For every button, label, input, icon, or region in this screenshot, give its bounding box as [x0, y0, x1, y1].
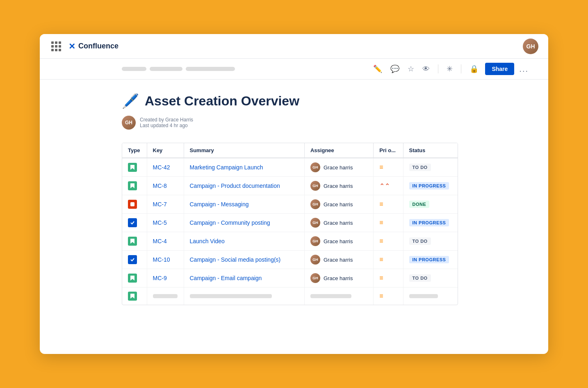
- issues-table: Type Key Summary Assignee Pri o... Statu…: [122, 143, 458, 305]
- issue-key-link[interactable]: MC-10: [153, 256, 170, 263]
- placeholder-type: [122, 288, 147, 305]
- issue-key-link[interactable]: MC-42: [153, 164, 170, 171]
- cell-type: [122, 251, 147, 269]
- page-content: 🖊️ Asset Creation Overview GH Created by…: [40, 80, 548, 354]
- svg-rect-0: [130, 202, 134, 206]
- cell-assignee: GH Grace harris: [304, 232, 373, 251]
- cell-type: [122, 195, 147, 214]
- type-icon-story: [128, 163, 137, 172]
- cell-type: [122, 232, 147, 251]
- cell-assignee: GH Grace harris: [304, 214, 373, 232]
- browser-window: ✕ Confluence GH ✏️ 💬 ☆ 👁 ✳ 🔒 Share ...: [40, 34, 548, 354]
- cell-priority: ≡: [374, 214, 403, 232]
- status-badge: TO DO: [409, 164, 431, 171]
- cell-status: TO DO: [403, 269, 458, 288]
- type-icon-task: [128, 255, 137, 264]
- col-type: Type: [122, 143, 147, 158]
- cell-key: MC-10: [147, 251, 184, 269]
- issue-key-link[interactable]: MC-8: [153, 183, 167, 189]
- cell-priority: ⌃⌃: [374, 177, 403, 195]
- priority-high-icon: ⌃⌃: [379, 183, 390, 189]
- assignee-name: Grace harris: [324, 257, 353, 263]
- toolbar-actions: ✏️ 💬 ☆ 👁 ✳ 🔒 Share ...: [371, 63, 529, 75]
- cell-key: MC-8: [147, 177, 184, 195]
- cell-summary: Campaign - Social media posting(s): [184, 251, 304, 269]
- assignee-name: Grace harris: [324, 238, 353, 244]
- breadcrumb-item-1: [122, 67, 146, 71]
- assignee-name: Grace harris: [324, 220, 353, 226]
- cell-assignee: GH Grace harris: [304, 177, 373, 195]
- status-badge: TO DO: [409, 274, 431, 282]
- assignee-cell: GH Grace harris: [310, 273, 367, 283]
- breadcrumb-item-3: [186, 67, 235, 71]
- issue-summary-link[interactable]: Campaign - Product documentation: [190, 183, 280, 189]
- grid-menu-button[interactable]: [50, 40, 63, 53]
- col-summary: Summary: [184, 143, 304, 158]
- created-label: Created by Grace Harris: [140, 117, 193, 123]
- author-meta: Created by Grace Harris Last updated 4 h…: [140, 117, 193, 128]
- type-icon-story: [128, 237, 137, 246]
- breadcrumb-item-2: [150, 67, 182, 71]
- priority-medium-icon: ≡: [379, 237, 383, 244]
- user-avatar[interactable]: GH: [523, 39, 538, 54]
- assignee-cell: GH Grace harris: [310, 162, 367, 172]
- issue-summary-link[interactable]: Campaign - Social media posting(s): [190, 256, 281, 263]
- page-title: Asset Creation Overview: [145, 94, 299, 109]
- jira-table: Type Key Summary Assignee Pri o... Statu…: [122, 143, 458, 305]
- author-row: GH Created by Grace Harris Last updated …: [122, 116, 529, 130]
- cell-key: MC-4: [147, 232, 184, 251]
- cell-assignee: GH Grace harris: [304, 251, 373, 269]
- more-button[interactable]: ...: [519, 64, 529, 74]
- cell-summary: Campaign - Messaging: [184, 195, 304, 214]
- issue-summary-link[interactable]: Launch Video: [190, 238, 225, 244]
- table-row: MC-10 Campaign - Social media posting(s)…: [122, 251, 458, 269]
- cell-status: TO DO: [403, 232, 458, 251]
- cell-summary: Launch Video: [184, 232, 304, 251]
- edit-button[interactable]: ✏️: [371, 63, 384, 75]
- issue-summary-link[interactable]: Campaign - Email campaign: [190, 275, 262, 281]
- table-row: MC-42 Marketing Campaign Launch GH Grace…: [122, 158, 458, 177]
- toolbar-divider-1: [438, 64, 438, 73]
- issue-summary-link[interactable]: Campaign - Community posting: [190, 219, 270, 226]
- assignee-name: Grace harris: [324, 201, 353, 208]
- assignee-cell: GH Grace harris: [310, 199, 367, 209]
- ai-button[interactable]: ✳: [445, 63, 454, 75]
- priority-medium-icon: ≡: [379, 164, 383, 171]
- placeholder-status: [403, 288, 458, 305]
- col-status: Status: [403, 143, 458, 158]
- cell-priority: ≡: [374, 232, 403, 251]
- assignee-avatar: GH: [310, 218, 320, 228]
- logo-area[interactable]: ✕ Confluence: [68, 41, 119, 51]
- issue-key-link[interactable]: MC-4: [153, 238, 167, 244]
- watch-button[interactable]: 👁: [421, 63, 431, 75]
- issue-summary-link[interactable]: Marketing Campaign Launch: [190, 164, 263, 171]
- issue-key-link[interactable]: MC-7: [153, 201, 167, 208]
- lock-button[interactable]: 🔒: [468, 63, 480, 75]
- assignee-name: Grace harris: [324, 183, 353, 189]
- cell-priority: ≡: [374, 158, 403, 177]
- cell-key: MC-42: [147, 158, 184, 177]
- assignee-avatar: GH: [310, 199, 320, 209]
- issue-summary-link[interactable]: Campaign - Messaging: [190, 201, 249, 208]
- assignee-avatar: GH: [310, 181, 320, 191]
- table-row: MC-4 Launch Video GH Grace harris ≡ TO D…: [122, 232, 458, 251]
- assignee-cell: GH Grace harris: [310, 181, 367, 191]
- type-icon-story: [128, 274, 137, 283]
- placeholder-priority: ≡: [374, 288, 403, 305]
- cell-type: [122, 177, 147, 195]
- placeholder-assignee: [304, 288, 373, 305]
- priority-medium-icon: ≡: [379, 274, 383, 281]
- cell-summary: Campaign - Email campaign: [184, 269, 304, 288]
- nav-left: ✕ Confluence: [50, 40, 119, 53]
- cell-summary: Campaign - Community posting: [184, 214, 304, 232]
- issue-key-link[interactable]: MC-9: [153, 275, 167, 281]
- cell-priority: ≡: [374, 269, 403, 288]
- issue-key-link[interactable]: MC-5: [153, 219, 167, 226]
- table-row: MC-7 Campaign - Messaging GH Grace harri…: [122, 195, 458, 214]
- share-button[interactable]: Share: [485, 63, 514, 75]
- assignee-avatar: GH: [310, 273, 320, 283]
- star-button[interactable]: ☆: [406, 63, 416, 75]
- col-key: Key: [147, 143, 184, 158]
- breadcrumb: [122, 67, 235, 71]
- comment-button[interactable]: 💬: [389, 63, 401, 75]
